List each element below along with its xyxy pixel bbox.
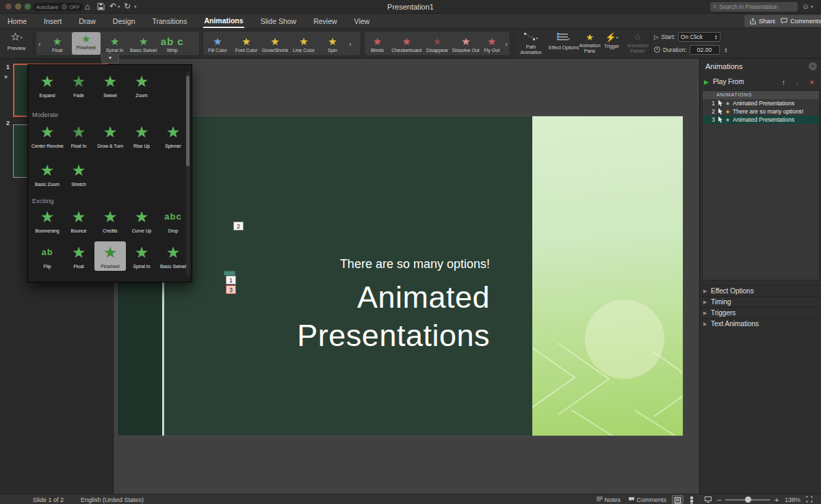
popup-scrollbar-thumb[interactable] [186,76,190,166]
tab-transitions[interactable]: Transitions [151,15,187,27]
gallery-scroll-right-icon[interactable]: › [347,40,354,48]
play-from-button[interactable]: Play From [713,78,744,85]
animation-list-item-2[interactable]: 2 ★ There are so many options! [703,107,819,116]
gallery-option-spinner[interactable]: ★ Spinner [157,121,189,148]
gallery-option-center-revolve[interactable]: ★ Center Revolve [31,121,63,148]
star-icon: ★ [232,36,261,47]
anim-emphasis-spin[interactable]: ★ Spin [318,35,347,53]
gallery-option-stretch[interactable]: ★ Stretch [63,159,94,187]
duration-stepper-icon[interactable]: ▲▼ [725,47,728,53]
star-icon: ★ [63,159,94,181]
anim-exit-fly-out[interactable]: ★ Fly Out [480,35,503,53]
tab-review[interactable]: Review [313,15,337,27]
path-animation-button[interactable]: ▾ Path Animation [516,32,546,55]
tab-slide-show[interactable]: Slide Show [260,15,298,27]
gallery-option-drop[interactable]: abc Drop [157,206,189,233]
gallery-option-spiral-in[interactable]: ★ Spiral In [126,241,157,269]
start-stepper-icon[interactable]: ▲▼ [714,34,718,40]
slide-title-text[interactable]: Animated Presentations [297,278,490,355]
section-triggers[interactable]: ▶ Triggers [700,307,821,318]
gallery-option-float[interactable]: ★ Float [63,241,94,269]
comments-statusbar-button[interactable]: Comments [628,496,666,503]
tab-design[interactable]: Design [112,15,136,27]
normal-view-icon [675,497,681,503]
gallery-option-bounce[interactable]: ★ Bounce [63,206,94,233]
anim-emphasis-fill-color[interactable]: ★ Fill Color [203,35,232,53]
gallery-option-credits[interactable]: ★ Credits [94,206,126,233]
gallery-option-grow-turn[interactable]: ★ Grow & Turn [94,121,126,148]
animation-order-badge-1[interactable]: 1 [226,276,236,284]
gallery-option-swivel[interactable]: ★ Swivel [94,70,126,98]
search-icon [713,4,717,10]
zoom-slider-thumb[interactable] [745,496,751,503]
gallery-option-boomerang[interactable]: ★ Boomerang [31,206,63,233]
tab-draw[interactable]: Draw [78,15,96,27]
fit-slide-icon[interactable] [806,496,813,504]
animation-list-item-3[interactable]: 3 ★ Animated Presentations [703,116,819,124]
start-select[interactable]: On Click ▲▼ [678,32,720,42]
slide-sorter-view-button[interactable] [688,495,699,504]
delete-animation-icon[interactable]: × [810,78,814,86]
normal-view-button[interactable] [672,495,683,504]
gallery-option-curve-up[interactable]: ★ Curve Up [126,206,157,233]
gallery-option-rise-up[interactable]: ★ Rise Up [126,121,157,148]
gallery-option-zoom[interactable]: ★ Zoom [126,70,157,98]
zoom-in-icon[interactable]: + [774,496,779,504]
anim-emphasis-font-color[interactable]: ★ Font Color [232,35,261,53]
gallery-option-float-in[interactable]: ★ Float In [63,121,94,148]
tab-home[interactable]: Home [7,15,27,27]
language-indicator[interactable]: English (United States) [81,496,144,503]
gallery-option-pinwheel-selected[interactable]: ★ Pinwheel [94,241,126,271]
anim-entrance-pinwheel-selected[interactable]: ★ Pinwheel [72,32,101,55]
move-later-icon: ↓ [796,78,800,86]
comments-button[interactable]: Comments [775,15,821,27]
feedback-smiley-icon[interactable]: ☺ [802,2,809,10]
search-input[interactable] [719,3,795,10]
section-effect-options[interactable]: ▶ Effect Options [700,285,821,296]
slide-canvas[interactable]: There are so many options! Animated Pres… [118,116,683,436]
star-icon: ★ [94,70,126,92]
zoom-percentage[interactable]: 138% [785,496,800,503]
gallery-expand-button[interactable]: ▾ [101,53,119,64]
gallery-option-fade[interactable]: ★ Fade [63,70,94,98]
anim-exit-disappear[interactable]: ★ Disappear [423,35,452,53]
duration-input[interactable]: 02.00 [690,45,720,55]
preview-button[interactable]: ☆▾ Preview [3,31,30,51]
animation-order-badge-3[interactable]: 3 [226,285,236,294]
anim-exit-checkerboard[interactable]: ★ Checkerboard [390,35,423,53]
pane-close-icon[interactable]: × [809,62,817,70]
anim-entrance-float[interactable]: ★ Float [43,35,72,53]
trigger-button[interactable]: ⚡▾ Trigger [599,32,624,49]
slide-text-block[interactable]: There are so many options! Animated Pres… [297,257,490,355]
drop-letters-icon: abc [157,206,189,228]
gallery-option-basic-zoom[interactable]: ★ Basic Zoom [31,159,63,187]
tab-insert[interactable]: Insert [43,15,62,27]
animation-order-badge-2[interactable]: 2 [233,222,244,230]
anim-exit-dissolve-out[interactable]: ★ Dissolve Out [451,35,480,53]
gallery-option-basic-swivel[interactable]: ★ Basic Swivel [157,241,189,269]
anim-emphasis-grow-shrink[interactable]: ★ Grow/Shrink [261,35,289,53]
zoom-slider[interactable] [725,499,770,501]
move-earlier-icon[interactable]: ↑ [782,78,786,86]
gallery-scroll-left-icon[interactable]: ‹ [36,40,43,48]
section-text-animations[interactable]: ▶ Text Animations [700,318,821,329]
notes-button[interactable]: Notes [597,496,621,503]
tab-view[interactable]: View [354,15,371,27]
anim-entrance-basic-swivel[interactable]: ★ Basic Swivel [129,35,158,53]
gallery-scroll-right-icon[interactable]: › [503,40,510,48]
anim-exit-blinds[interactable]: ★ Blinds [365,35,390,53]
feedback-chevron-icon[interactable]: ▾ [811,4,813,10]
anim-entrance-whip[interactable]: ab c Whip [158,35,187,53]
search-box[interactable] [710,2,798,12]
gallery-option-expand[interactable]: ★ Expand [31,70,63,98]
animation-list-item-1[interactable]: 1 ★ Animated Presentations [703,99,819,107]
slideshow-view-button[interactable] [702,495,714,504]
zoom-out-icon[interactable]: − [717,496,721,504]
section-timing[interactable]: ▶ Timing [700,296,821,307]
slide-subtitle-text[interactable]: There are so many options! [297,257,490,271]
anim-entrance-spiral-in[interactable]: ★ Spiral In [101,35,129,53]
tab-animations[interactable]: Animations [203,14,244,28]
anim-emphasis-line-color[interactable]: ★ Line Color [289,35,318,53]
gallery-option-flip[interactable]: ab Flip [31,241,63,269]
popup-scrollbar[interactable] [186,72,190,276]
